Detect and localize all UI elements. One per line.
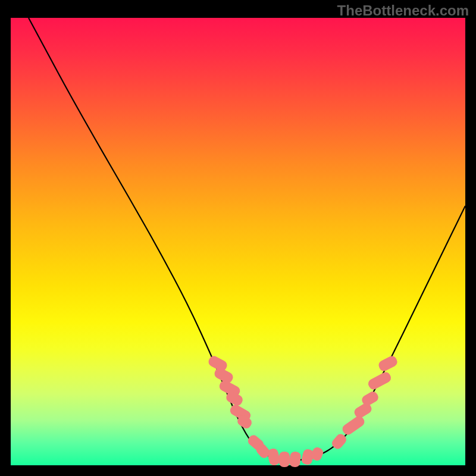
plot-gradient-background	[11, 18, 465, 465]
attribution-text: TheBottleneck.com	[337, 2, 469, 19]
chart-frame	[8, 18, 468, 468]
curve-marker	[279, 452, 290, 467]
